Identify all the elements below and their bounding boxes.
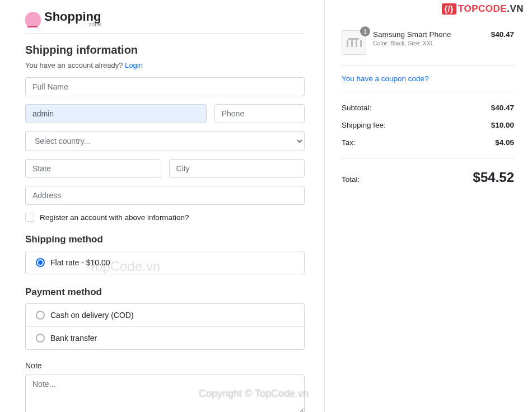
address-input[interactable] xyxy=(25,186,305,205)
payment-option-label: Cash on delivery (COD) xyxy=(50,311,134,320)
city-input[interactable] xyxy=(169,159,305,178)
country-select[interactable]: Select country... xyxy=(25,131,305,151)
full-name-input[interactable] xyxy=(25,77,305,96)
payment-method-box: Cash on delivery (COD) Bank transfer xyxy=(25,303,305,350)
register-checkbox[interactable] xyxy=(25,213,34,222)
note-textarea[interactable] xyxy=(25,374,305,412)
shipping-method-heading: Shipping method xyxy=(25,234,305,245)
cart-icon xyxy=(25,12,41,27)
payment-method-heading: Payment method xyxy=(25,287,305,298)
tax-value: $4.05 xyxy=(495,138,514,147)
shipping-fee-label: Shipping fee: xyxy=(342,121,386,129)
shipping-option-label: Flat rate - $10.00 xyxy=(50,258,110,267)
payment-option-label: Bank transfer xyxy=(50,334,97,343)
shipping-option-flat-rate[interactable]: Flat rate - $10.00 xyxy=(26,251,304,274)
coupon-link[interactable]: You have a coupon code? xyxy=(342,65,514,92)
state-input[interactable] xyxy=(25,159,161,178)
radio-icon xyxy=(36,258,45,267)
register-checkbox-row[interactable]: Register an account with above informati… xyxy=(25,213,305,222)
subtotal-label: Subtotal: xyxy=(342,104,371,112)
cart-item: 1 Samsung Smart Phone Color: Black, Size… xyxy=(342,21,514,65)
radio-icon xyxy=(36,334,45,343)
product-meta: Color: Black, Size: XXL xyxy=(373,40,484,46)
phone-input[interactable] xyxy=(214,104,305,123)
total-value: $54.52 xyxy=(473,170,514,185)
product-thumbnail: 1 xyxy=(342,30,366,55)
login-link[interactable]: Login xyxy=(125,61,143,69)
email-input[interactable] xyxy=(25,104,207,123)
shipping-info-heading: Shipping information xyxy=(25,44,305,57)
payment-option-cod[interactable]: Cash on delivery (COD) xyxy=(26,304,304,327)
shipping-method-box: Flat rate - $10.00 xyxy=(25,251,305,274)
note-label: Note xyxy=(25,361,305,370)
account-hint: You have an account already? xyxy=(25,61,125,69)
payment-option-bank[interactable]: Bank transfer xyxy=(26,327,304,349)
register-label: Register an account with above informati… xyxy=(40,213,189,222)
logo[interactable]: Shopping zone xyxy=(25,11,305,27)
brand-watermark: {/}TOPCODE.VN xyxy=(442,3,524,15)
total-label: Total: xyxy=(342,175,360,184)
qty-badge: 1 xyxy=(360,26,370,36)
shipping-fee-value: $10.00 xyxy=(491,121,514,129)
tax-label: Tax: xyxy=(342,138,356,147)
subtotal-value: $40.47 xyxy=(491,104,514,112)
product-name: Samsung Smart Phone xyxy=(373,30,484,39)
product-price: $40.47 xyxy=(491,30,514,55)
brand-icon: {/} xyxy=(442,3,456,15)
radio-icon xyxy=(36,311,45,320)
